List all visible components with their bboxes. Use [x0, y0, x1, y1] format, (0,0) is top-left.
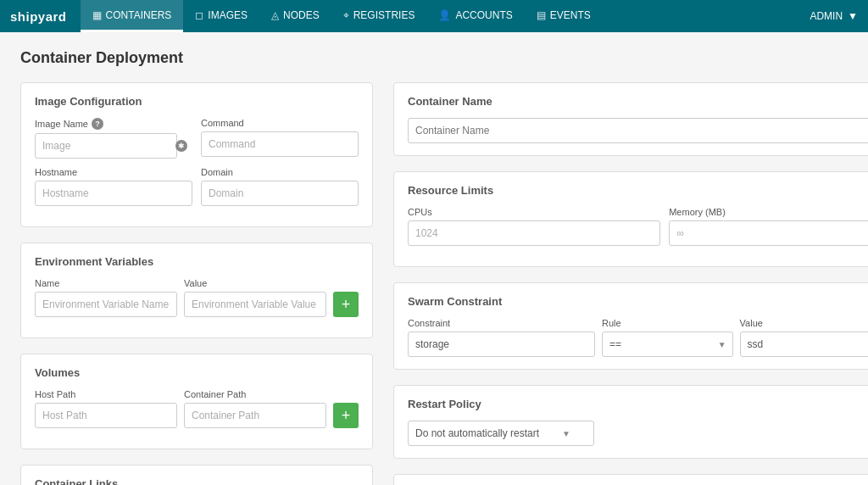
- container-links-section: Container Links Container Container Name…: [20, 465, 373, 485]
- nav-item-nodes-label: NODES: [283, 9, 320, 21]
- add-volume-button[interactable]: +: [333, 403, 359, 428]
- volumes-row: Host Path Container Path +: [35, 389, 359, 428]
- nav-item-registries-label: REGISTRIES: [353, 9, 415, 21]
- memory-group: Memory (MB): [669, 207, 868, 246]
- image-configuration-section: Image Configuration Image Name ? ✱ Co: [20, 82, 373, 227]
- container-name-input[interactable]: [408, 118, 868, 143]
- image-config-title: Image Configuration: [35, 95, 359, 108]
- resource-limits-title: Resource Limits: [408, 184, 868, 197]
- nav-item-events-label: EVENTS: [550, 9, 591, 21]
- domain-group: Domain: [201, 167, 359, 206]
- cpus-group: CPUs: [408, 207, 660, 246]
- add-env-var-button[interactable]: +: [333, 292, 359, 317]
- container-name-title: Container Name: [408, 95, 868, 108]
- constraint-value-input[interactable]: [740, 332, 868, 357]
- env-name-group: Name: [35, 278, 177, 317]
- command-input[interactable]: [201, 131, 359, 157]
- rule-label: Rule: [602, 318, 733, 328]
- admin-label: ADMIN: [810, 10, 843, 22]
- admin-menu[interactable]: ADMIN ▼: [810, 10, 858, 22]
- constraint-value-label: Value: [740, 318, 868, 328]
- constraint-label: Constraint: [408, 318, 595, 328]
- nodes-icon: ◬: [271, 9, 279, 21]
- swarm-constraint-row: Constraint Rule == != ▼: [408, 318, 868, 357]
- resource-limits-row: CPUs Memory (MB): [408, 207, 868, 246]
- domain-input[interactable]: [201, 181, 359, 206]
- domain-label: Domain: [201, 167, 359, 177]
- container-links-title: Container Links: [35, 477, 359, 485]
- restart-policy-title: Restart Policy: [408, 398, 868, 410]
- restart-policy-select[interactable]: Do not automatically restart Always rest…: [408, 421, 594, 446]
- container-name-section: Container Name: [393, 82, 868, 156]
- rule-group: Rule == != ▼: [602, 318, 733, 357]
- hostname-group: Hostname: [35, 167, 192, 206]
- swarm-constraint-section: Swarm Constraint Constraint Rule == !=: [393, 282, 868, 370]
- constraint-input[interactable]: [408, 332, 595, 357]
- container-path-label: Container Path: [184, 389, 326, 399]
- admin-chevron-icon: ▼: [848, 10, 858, 22]
- restart-policy-section: Restart Policy Do not automatically rest…: [393, 385, 868, 459]
- memory-label: Memory (MB): [669, 207, 868, 217]
- image-required-marker: ✱: [175, 140, 187, 152]
- cpus-label: CPUs: [408, 207, 660, 217]
- env-vars-row: Name Value +: [35, 278, 359, 317]
- volumes-title: Volumes: [35, 366, 359, 379]
- nav-item-accounts-label: ACCOUNTS: [455, 9, 512, 21]
- nav-items: ▦ CONTAINERS ◻ IMAGES ◬ NODES ⌖ REGISTRI…: [81, 0, 810, 32]
- memory-input[interactable]: [669, 220, 868, 246]
- logo: shipyard: [10, 9, 67, 24]
- nav-item-containers-label: CONTAINERS: [106, 9, 172, 21]
- env-vars-title: Environment Variables: [35, 255, 359, 268]
- env-name-input[interactable]: [35, 292, 177, 317]
- two-column-layout: Image Configuration Image Name ? ✱ Co: [20, 82, 848, 485]
- host-path-label: Host Path: [35, 389, 177, 399]
- events-icon: ▤: [537, 9, 546, 21]
- containers-icon: ▦: [92, 9, 102, 21]
- nav-item-nodes[interactable]: ◬ NODES: [259, 0, 331, 32]
- env-value-group: Value: [184, 278, 326, 317]
- nav-item-registries[interactable]: ⌖ REGISTRIES: [331, 0, 427, 32]
- env-variables-section: Environment Variables Name Value +: [20, 242, 373, 338]
- left-column: Image Configuration Image Name ? ✱ Co: [20, 82, 373, 485]
- accounts-icon: 👤: [438, 9, 451, 21]
- image-name-help-icon[interactable]: ?: [92, 118, 103, 130]
- image-name-group: Image Name ? ✱: [35, 118, 192, 159]
- restart-policy-select-wrapper: Do not automatically restart Always rest…: [408, 421, 577, 446]
- constraint-group: Constraint: [408, 318, 595, 357]
- page-title: Container Deployment: [20, 49, 848, 67]
- images-icon: ◻: [195, 9, 203, 21]
- right-column: Container Name Resource Limits CPUs Memo…: [393, 82, 868, 485]
- port-configuration-section: Port Configuration Automatically expose …: [393, 474, 868, 485]
- env-name-label: Name: [35, 278, 177, 288]
- container-path-group: Container Path: [184, 389, 326, 428]
- container-path-input[interactable]: [184, 403, 326, 428]
- env-value-input[interactable]: [184, 292, 326, 317]
- hostname-input[interactable]: [35, 181, 192, 206]
- constraint-value-group: Value: [740, 318, 868, 357]
- image-name-label: Image Name ?: [35, 118, 192, 130]
- registries-icon: ⌖: [343, 9, 349, 21]
- host-path-input[interactable]: [35, 403, 177, 428]
- nav-item-images[interactable]: ◻ IMAGES: [183, 0, 259, 32]
- host-path-group: Host Path: [35, 389, 177, 428]
- command-group: Command: [201, 118, 359, 159]
- nav-item-accounts[interactable]: 👤 ACCOUNTS: [426, 0, 524, 32]
- cpus-input[interactable]: [408, 220, 660, 246]
- nav-item-events[interactable]: ▤ EVENTS: [525, 0, 603, 32]
- env-value-label: Value: [184, 278, 326, 288]
- image-command-row: Image Name ? ✱ Command: [35, 118, 359, 159]
- topnav: shipyard ▦ CONTAINERS ◻ IMAGES ◬ NODES ⌖…: [0, 0, 868, 32]
- hostname-domain-row: Hostname Domain: [35, 167, 359, 206]
- main-content: Container Deployment Image Configuration…: [0, 32, 868, 485]
- hostname-label: Hostname: [35, 167, 192, 177]
- command-label: Command: [201, 118, 359, 128]
- swarm-constraint-title: Swarm Constraint: [408, 295, 868, 308]
- nav-item-containers[interactable]: ▦ CONTAINERS: [81, 0, 184, 32]
- resource-limits-section: Resource Limits CPUs Memory (MB): [393, 171, 868, 267]
- nav-item-images-label: IMAGES: [208, 9, 248, 21]
- rule-select-wrapper: == != ▼: [602, 332, 733, 357]
- rule-select[interactable]: == !=: [602, 332, 733, 357]
- image-name-input-wrapper: ✱: [35, 133, 192, 159]
- image-name-input[interactable]: [35, 133, 177, 159]
- volumes-section: Volumes Host Path Container Path +: [20, 354, 373, 449]
